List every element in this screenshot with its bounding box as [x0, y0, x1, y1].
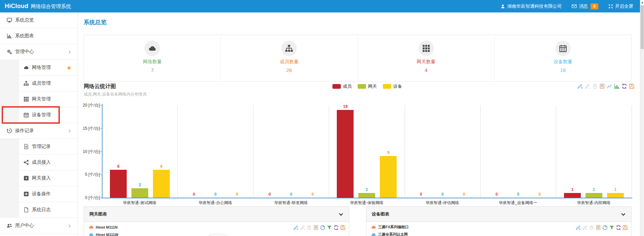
main-content: 系统总览 网络数量7成员数量26网关数量4设备数量16 网络云统计图 成员,网关…	[78, 12, 640, 236]
funnel-chart-icon[interactable]	[327, 225, 332, 230]
stat-设备数量: 设备数量16	[494, 35, 631, 81]
stat-网关数量: 网关数量4	[358, 35, 494, 81]
panel-legend-item-三菱FX系列编程口[interactable]: 三菱FX系列编程口	[371, 225, 409, 230]
stat-label: 设备数量	[495, 59, 631, 65]
history-icon	[7, 128, 12, 133]
users-icon	[7, 223, 12, 228]
brand-subtitle: 网络综合管理系统	[31, 3, 71, 10]
sidebar-item-用户中心[interactable]: 用户中心	[0, 218, 78, 234]
legend-item-设备[interactable]: 设备	[383, 83, 402, 89]
bar-value-label: 0	[457, 192, 472, 197]
chevron-down-icon[interactable]	[338, 212, 344, 217]
legend-item-成员[interactable]: 成员	[332, 83, 352, 89]
sidebar-item-系统图表[interactable]: 系统图表	[0, 28, 78, 44]
chevron-down-icon[interactable]	[621, 212, 626, 217]
brand-name: HiCloud	[5, 3, 28, 10]
sidebar-item-网关接入[interactable]: 网关接入	[0, 170, 78, 186]
submenu-indent	[0, 139, 19, 155]
restore-icon[interactable]	[616, 225, 621, 230]
sidebar-item-成员接入[interactable]: 成员接入	[0, 155, 78, 170]
bar-成员-华辰智通-测试网络	[110, 170, 127, 198]
share-icon	[24, 160, 29, 165]
line-chart-icon[interactable]	[607, 83, 612, 89]
markline-clear-icon[interactable]	[589, 225, 594, 230]
markline-remove-icon[interactable]	[585, 83, 590, 89]
data-view-icon[interactable]	[313, 225, 319, 230]
save-image-icon[interactable]	[622, 225, 628, 230]
vertical-scrollbar[interactable]	[640, 0, 644, 236]
save-image-icon[interactable]	[629, 83, 635, 89]
data-view-icon[interactable]	[599, 83, 605, 89]
bar-value-label: 1	[359, 187, 374, 192]
pie-chart-outline	[195, 234, 240, 236]
panel-legend-item-Hinet M111W[interactable]: Hinet M111W	[89, 232, 118, 236]
submenu-indent	[0, 186, 19, 202]
star-icon[interactable]	[67, 65, 72, 70]
markline-add-icon[interactable]	[575, 225, 581, 230]
sidebar-item-label: 系统图表	[15, 33, 34, 39]
panel-legend-label: Hinet M111W	[96, 233, 118, 236]
bar-value-label: 0	[284, 192, 298, 197]
sidebar-item-成员管理[interactable]: 成员管理	[0, 76, 78, 91]
panel-legend-label: Hinet M111N	[96, 225, 118, 229]
legend-item-网关[interactable]: 网关	[358, 83, 377, 89]
category-label: 华辰智通-研发网络	[253, 200, 329, 206]
restore-icon[interactable]	[333, 225, 339, 230]
panel-legend-label: 三菱FX系列编程口	[378, 225, 409, 230]
gridline	[253, 105, 253, 198]
app-brand: HiCloud 网络综合管理系统	[5, 3, 71, 10]
category-label: 华辰智通_设备网络一	[480, 200, 556, 206]
navbar-right: 湖南华辰智通科技有限公司 消息 0 开启全屏	[500, 3, 633, 9]
y-tick-label: 10 [个/台]	[78, 149, 100, 155]
sidebar-item-label: 管理记录	[32, 144, 51, 150]
stat-网络数量: 网络数量7	[84, 35, 220, 81]
markline-remove-icon[interactable]	[582, 225, 588, 230]
sidebar-item-label: 成员管理	[32, 80, 51, 86]
sidebar-item-管理记录[interactable]: 管理记录	[0, 139, 78, 155]
panel-legend-item-Hinet M111N[interactable]: Hinet M111N	[89, 225, 118, 230]
sidebar-item-系统总览[interactable]: 系统总览	[0, 12, 78, 28]
panel-legend-item-三菱全系列以太网[interactable]: 三菱全系列以太网	[371, 232, 408, 236]
sidebar-item-设备管理[interactable]: 设备管理	[0, 107, 78, 123]
sidebar-item-操作记录[interactable]: 操作记录	[0, 123, 78, 139]
messages-menu[interactable]: 消息 0	[572, 3, 598, 9]
markline-clear-icon[interactable]	[307, 225, 312, 230]
panel-device-header[interactable]: 设备图表	[366, 207, 631, 222]
bar-chart-icon[interactable]	[614, 83, 620, 89]
panel-device-body: 三菱FX系列编程口三菱全系列以太网	[366, 222, 631, 236]
cloud-icon	[24, 65, 29, 70]
scrollbar-thumb[interactable]	[641, 5, 644, 49]
navbar: HiCloud 网络综合管理系统 湖南华辰智通科技有限公司 消息 0 开启全屏	[0, 0, 640, 12]
funnel-chart-icon[interactable]	[609, 225, 614, 230]
envelope-icon	[572, 4, 577, 9]
markline-add-icon[interactable]	[293, 225, 298, 230]
sidebar-item-管理中心[interactable]: 管理中心	[0, 44, 78, 60]
sidebar-item-网络管理[interactable]: 网络管理	[0, 60, 78, 76]
save-image-icon[interactable]	[340, 225, 346, 230]
panel-gateway-header[interactable]: 网关图表	[84, 207, 349, 222]
markline-clear-icon[interactable]	[592, 83, 598, 89]
category-label: 华辰智通-办公网络	[177, 200, 253, 206]
company-menu[interactable]: 湖南华辰智通科技有限公司	[500, 3, 562, 9]
stat-label: 网络数量	[84, 59, 220, 65]
sidebar-item-label: 用户中心	[15, 223, 34, 229]
pie-chart-icon[interactable]	[602, 225, 608, 230]
markline-remove-icon[interactable]	[300, 225, 305, 230]
sidebar-item-网关管理[interactable]: 网关管理	[0, 91, 78, 107]
grid-icon	[24, 96, 29, 102]
messages-label: 消息	[579, 3, 588, 9]
pie-chart-icon[interactable]	[320, 225, 325, 230]
legend-label: 网关	[368, 83, 377, 89]
sidebar-item-label: 管理中心	[15, 49, 34, 55]
bar-value-label: 6	[111, 164, 126, 169]
y-tick-mark	[100, 152, 102, 152]
restore-icon[interactable]	[621, 83, 627, 89]
scroll-up-button[interactable]	[640, 0, 644, 5]
fullscreen-button[interactable]: 开启全屏	[608, 3, 633, 9]
sidebar-item-设备操作[interactable]: 设备操作	[0, 186, 78, 202]
gridline	[329, 105, 329, 198]
sidebar-item-系统日志[interactable]: 系统日志	[0, 202, 78, 218]
markline-add-icon[interactable]	[577, 83, 583, 89]
data-view-icon[interactable]	[596, 225, 601, 230]
y-tick-label: 5 [个/台]	[78, 172, 100, 178]
